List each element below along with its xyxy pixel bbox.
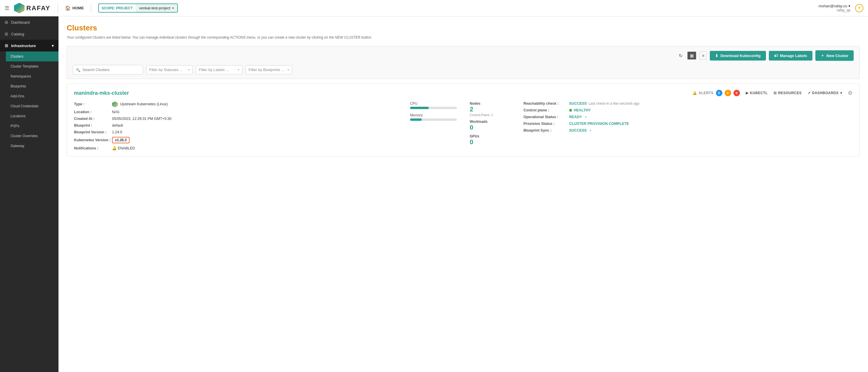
operational-ext-link-icon[interactable]: ↗ [584,116,587,119]
filter-labels-dropdown[interactable]: Filter by Labels ... ▾ [196,65,243,74]
dashboards-chevron-icon: ▾ [840,91,842,95]
memory-progress-row: Memory [410,113,463,121]
sidebar-item-psps[interactable]: PSPs [6,121,59,131]
info-type: Type : Upstream Kubernetes (Linux) [74,101,403,107]
bell-icon: 🔔 [692,91,697,95]
search-wrap: 🔍 [73,65,143,74]
location-info-icon[interactable]: ℹ [118,110,120,114]
cluster-resources-col: CPU Memory [410,101,463,150]
user-dropdown-icon: ▾ [848,4,850,8]
cluster-status-col: Reachability check : SUCCESS Last check-… [524,101,852,150]
nav-right: mohan@rafay.co ▾ rafay_qa ? [818,4,863,12]
cluster-name[interactable]: manindra-mks-cluster [74,90,129,96]
home-link[interactable]: 🏠 HOME [65,5,84,11]
reachability-row: Reachability check : SUCCESS Last check-… [524,101,852,105]
cluster-stats-col: Nodes 2 Control-Plane: 1 Workloads 0 GPU… [470,101,517,150]
user-info[interactable]: mohan@rafay.co ▾ rafay_qa [818,4,850,12]
cluster-card: manindra-mks-cluster 🔔 ALERTS 0 0 0 [67,84,860,156]
resources-icon: ⊟ [774,91,777,95]
operational-status-row: Operational Status : READY ↗ [524,115,852,119]
catalog-icon: ⊞ [5,32,8,36]
notifications-bell-icon: 🔔 [112,146,117,150]
control-plane-row: Control plane : HEALTHY [524,108,852,112]
help-icon[interactable]: ? [855,4,863,12]
sidebar-label-gateway: Gateway [10,144,24,148]
sidebar-item-namespaces[interactable]: Namespaces [6,71,59,81]
info-kubernetes-version: Kubernetes Version : v1.26.3 [74,137,403,143]
filter-status-chevron-icon: ▾ [188,68,189,71]
alert-badge-blue: 0 [716,90,722,96]
card-view-button[interactable]: ▦ [687,52,696,60]
sidebar-item-blueprints[interactable]: Blueprints [6,81,59,91]
logo: RAFAY [14,3,51,13]
info-blueprint: Blueprint : default [74,123,403,127]
kubectl-action[interactable]: ▶ KUBECTL [746,91,768,95]
gpus-stat: GPUs 0 [470,134,517,146]
cluster-header: manindra-mks-cluster 🔔 ALERTS 0 0 0 [74,90,852,96]
list-view-button[interactable]: ≡ [699,52,707,60]
memory-label: Memory [410,113,463,117]
hamburger-menu[interactable]: ☰ [5,5,9,11]
alerts-section: 🔔 ALERTS 0 0 0 [692,90,740,96]
sidebar-label-cluster-templates: Cluster Templates [10,64,39,68]
filter-blueprints-dropdown[interactable]: Filter by Blueprints ... ▾ [245,65,292,74]
download-kubeconfig-button[interactable]: ⬇ Download Kubeconfig [710,51,766,61]
scope-chevron-icon: ▾ [172,6,174,10]
page-description: Your configured Clusters are listed belo… [67,35,860,40]
page-title: Clusters [67,23,860,32]
scope-selector[interactable]: SCOPE: PROJECT venkat-test-project ▾ [98,3,178,12]
blueprint-sync-row: Blueprint Sync : SUCCESS ↗ [524,128,852,132]
cpu-progress-fill [410,107,429,109]
dashboards-action[interactable]: ↗ DASHBOARDS ▾ [807,91,842,95]
info-location: Location : N/A ℹ [74,110,403,114]
sidebar-item-cloud-credentials[interactable]: Cloud Credentials [6,101,59,111]
user-org: rafay_qa [818,8,850,12]
logo-icon [14,3,25,13]
cluster-toolbar: ↻ ▦ ≡ ⬇ Download Kubeconfig 🏷 Manage Lab… [67,46,860,79]
sidebar-item-clusters[interactable]: Clusters [6,52,59,61]
sidebar-label-add-ons: Add-Ons [10,94,24,98]
filter-status-dropdown[interactable]: Filter by Statuses ... ▾ [146,65,193,74]
toolbar-bottom-row: 🔍 Filter by Statuses ... ▾ Filter by Lab… [73,65,854,74]
nav-divider [58,3,58,13]
home-label: HOME [72,6,84,10]
kubectl-icon: ▶ [746,91,749,95]
sidebar-label-psps: PSPs [10,124,19,128]
settings-icon[interactable]: ⚙ [848,90,852,96]
cluster-header-actions: 🔔 ALERTS 0 0 0 ▶ KUBECTL ⊟ [692,90,852,96]
info-notifications: Notifications : 🔔 ENABLED [74,146,403,150]
sidebar: ⊞ Dashboard ⊞ Catalog ⊞ Infrastructure ▾… [0,17,59,372]
top-navigation: ☰ RAFAY 🏠 HOME SCOPE: PROJECT venkat-tes… [0,0,868,17]
sidebar-label-cloud-credentials: Cloud Credentials [10,104,38,108]
logo-text: RAFAY [26,4,51,12]
app-layout: ⊞ Dashboard ⊞ Catalog ⊞ Infrastructure ▾… [0,17,868,372]
sidebar-item-gateway[interactable]: Gateway [6,141,59,151]
sidebar-label-clusters: Clusters [10,54,23,59]
refresh-button[interactable]: ↻ [677,52,684,60]
sidebar-item-infrastructure[interactable]: ⊞ Infrastructure ▾ [0,40,59,52]
resources-action[interactable]: ⊟ RESOURCES [774,91,802,95]
memory-progress-fill [410,119,422,121]
provision-status-row: Provision Status : CLUSTER PROVISION COM… [524,122,852,126]
toolbar-top-row: ↻ ▦ ≡ ⬇ Download Kubeconfig 🏷 Manage Lab… [73,50,854,61]
cpu-progress-row: CPU [410,101,463,109]
sidebar-item-cluster-overrides[interactable]: Cluster Overrides [6,131,59,141]
sidebar-item-add-ons[interactable]: Add-Ons [6,91,59,101]
sidebar-label-infrastructure: Infrastructure [11,43,36,48]
alert-badge-red: 0 [734,90,740,96]
manage-labels-button[interactable]: 🏷 Manage Labels [769,51,812,61]
sidebar-item-catalog[interactable]: ⊞ Catalog [0,28,59,40]
search-icon: 🔍 [76,67,81,72]
sidebar-item-cluster-templates[interactable]: Cluster Templates [6,61,59,71]
new-cluster-button[interactable]: ＋ New Cluster [815,50,854,61]
scope-label: SCOPE: PROJECT [99,4,136,12]
blueprint-sync-ext-link-icon[interactable]: ↗ [589,129,591,132]
cpu-progress-bar [410,107,457,109]
nodes-stat: Nodes 2 Control-Plane: 1 [470,101,517,117]
sidebar-label-cluster-overrides: Cluster Overrides [10,134,38,138]
sidebar-item-dashboard[interactable]: ⊞ Dashboard [0,17,59,28]
sidebar-label-dashboard: Dashboard [11,20,30,25]
search-input[interactable] [73,65,143,74]
sidebar-item-locations[interactable]: Locations [6,111,59,121]
health-dot-icon [569,109,572,112]
